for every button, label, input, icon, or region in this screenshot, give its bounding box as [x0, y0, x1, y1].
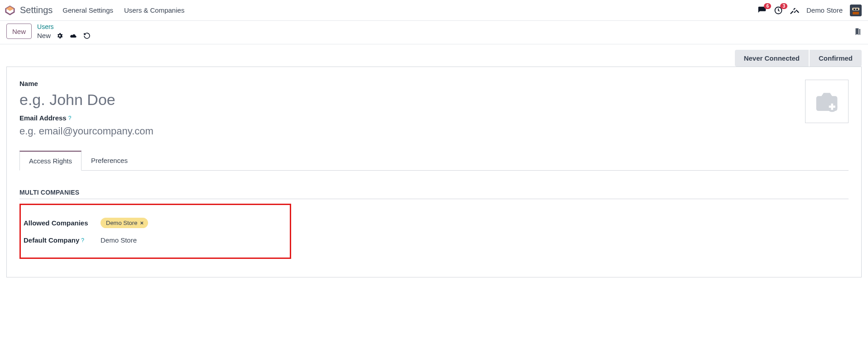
discard-icon[interactable]: [83, 32, 91, 39]
messages-button[interactable]: 6: [758, 6, 767, 15]
topbar-right: 6 3 Demo Store: [758, 5, 862, 16]
image-upload[interactable]: [805, 80, 849, 123]
tools-icon[interactable]: [790, 6, 799, 15]
controlbar: New Users New: [0, 21, 868, 44]
status-never-connected[interactable]: Never Connected: [735, 50, 809, 67]
svg-rect-4: [852, 8, 859, 10]
name-input[interactable]: [19, 90, 796, 114]
avatar[interactable]: [850, 5, 862, 16]
topbar: Settings General Settings Users & Compan…: [0, 0, 868, 21]
cloud-save-icon[interactable]: [70, 32, 77, 39]
tabs: Access Rights Preferences: [19, 151, 849, 171]
activities-button[interactable]: 3: [774, 6, 783, 15]
help-icon[interactable]: ?: [81, 237, 84, 244]
allowed-companies-label: Allowed Companies: [24, 219, 101, 227]
breadcrumb-current: New: [37, 32, 51, 39]
svg-marker-1: [6, 6, 14, 10]
multi-companies-highlight: Allowed Companies Demo Store × Default C…: [19, 204, 291, 259]
app-logo-icon[interactable]: [5, 5, 15, 16]
help-icon[interactable]: ?: [68, 115, 72, 121]
section-multi-companies: MULTI COMPANIES: [19, 189, 849, 199]
breadcrumb-users[interactable]: Users: [37, 24, 91, 30]
new-button[interactable]: New: [6, 24, 32, 39]
email-label-text: Email Address: [19, 114, 67, 122]
tab-preferences[interactable]: Preferences: [82, 151, 137, 170]
activities-badge: 3: [780, 3, 787, 9]
breadcrumb: Users New: [37, 24, 91, 39]
company-switch[interactable]: Demo Store: [806, 6, 843, 14]
form-sheet: Name Email Address ? Access Rights: [6, 67, 862, 277]
svg-rect-6: [856, 9, 858, 10]
svg-rect-5: [854, 9, 855, 10]
default-company-value[interactable]: Demo Store: [101, 236, 137, 244]
menu-general-settings[interactable]: General Settings: [62, 6, 113, 14]
app-title: Settings: [20, 5, 53, 15]
email-label: Email Address ?: [19, 114, 796, 122]
svg-rect-7: [853, 12, 859, 14]
email-input[interactable]: [19, 124, 796, 141]
gear-icon[interactable]: [56, 32, 63, 39]
allowed-company-tag-text: Demo Store: [106, 220, 137, 226]
status-bar: Never Connected Confirmed: [6, 50, 862, 67]
default-company-label: Default Company ?: [24, 236, 101, 244]
status-confirmed[interactable]: Confirmed: [810, 50, 862, 67]
allowed-company-tag[interactable]: Demo Store ×: [101, 218, 148, 228]
default-company-label-text: Default Company: [24, 236, 79, 244]
tab-access-rights[interactable]: Access Rights: [19, 151, 82, 171]
messages-badge: 6: [764, 3, 771, 9]
main: Never Connected Confirmed Name Email Add…: [0, 44, 868, 291]
remove-tag-icon[interactable]: ×: [140, 220, 144, 226]
top-menu: General Settings Users & Companies: [62, 6, 184, 14]
name-label: Name: [19, 80, 796, 87]
bookmark-icon[interactable]: [854, 27, 862, 37]
menu-users-companies[interactable]: Users & Companies: [124, 6, 184, 14]
